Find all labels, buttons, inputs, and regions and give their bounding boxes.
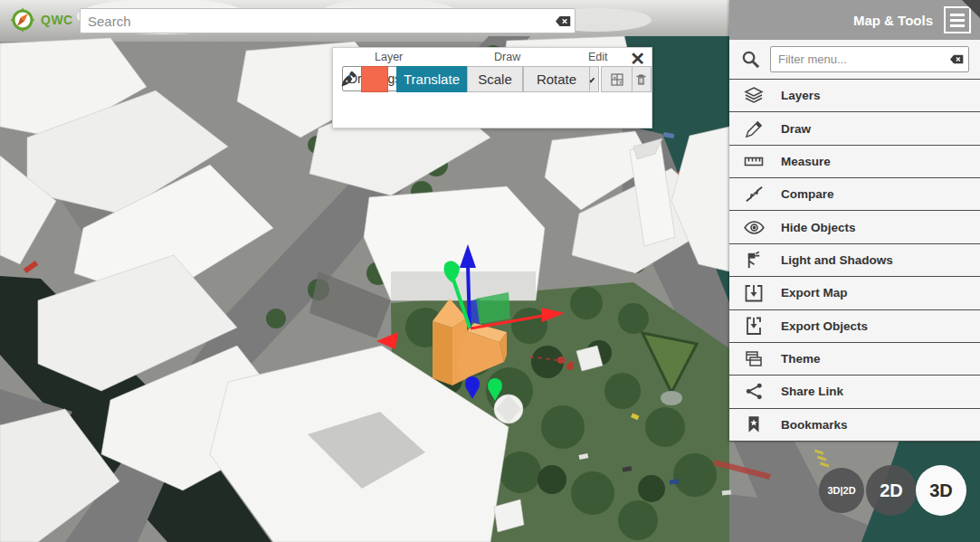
share-icon bbox=[742, 380, 766, 404]
draw-color-swatch[interactable] bbox=[361, 66, 388, 92]
compass-logo-icon bbox=[9, 6, 36, 33]
mode-rotate-button[interactable]: Rotate bbox=[523, 66, 590, 92]
light-icon bbox=[742, 248, 766, 271]
sidebar-item-export-objects[interactable]: Export Objects bbox=[729, 310, 980, 343]
sidebar-item-bookmarks[interactable]: Bookmarks bbox=[729, 409, 980, 442]
mode-scale-button[interactable]: Scale bbox=[467, 66, 523, 92]
sidebar-item-measure[interactable]: Measure bbox=[729, 146, 980, 178]
split-3d2d-button[interactable]: 3D|2D bbox=[819, 468, 864, 513]
sidebar-item-layers[interactable]: Layers bbox=[729, 80, 980, 112]
search-bar[interactable] bbox=[80, 8, 576, 33]
sidebar-item-light-and-shadows[interactable]: Light and Shadows bbox=[729, 244, 980, 277]
app-window: QWC Layer Draw Edit ✕ Drawings ▼ + bbox=[0, 0, 980, 542]
search-icon bbox=[740, 48, 761, 71]
draw-edit-toolbar: Layer Draw Edit ✕ Drawings ▼ + bbox=[332, 47, 652, 128]
edit-section-label: Edit bbox=[588, 51, 608, 63]
theme-icon bbox=[742, 347, 766, 371]
numeric-input-button[interactable] bbox=[601, 66, 633, 92]
menu-filter-row bbox=[729, 40, 980, 80]
map-tools-sidebar: Map & Tools bbox=[729, 0, 980, 442]
app-logo: QWC bbox=[9, 6, 73, 33]
switch-3d-button[interactable]: 3D bbox=[916, 465, 966, 516]
mode-translate-button[interactable]: Translate bbox=[396, 66, 467, 92]
compare-arrows-icon bbox=[742, 183, 766, 206]
sidebar-item-compare[interactable]: Compare bbox=[729, 178, 980, 211]
filter-menu-input[interactable] bbox=[771, 52, 945, 66]
sidebar-item-export-map[interactable]: Export Map bbox=[729, 277, 980, 309]
filter-menu-field[interactable] bbox=[770, 46, 969, 72]
sidebar-title: Map & Tools bbox=[853, 13, 933, 28]
layers-icon bbox=[742, 84, 766, 108]
sidebar-item-share-link[interactable]: Share Link bbox=[729, 376, 980, 408]
style-pen-icon bbox=[339, 70, 358, 89]
corner-fold-decoration bbox=[962, 0, 980, 18]
layer-section-label: Layer bbox=[375, 51, 403, 63]
logo-text: QWC bbox=[41, 13, 73, 27]
pencil-icon bbox=[742, 117, 766, 140]
sidebar-item-hide-objects[interactable]: Hide Objects bbox=[729, 211, 980, 243]
sidebar-item-theme[interactable]: Theme bbox=[729, 343, 980, 376]
draw-section-label: Draw bbox=[494, 51, 520, 63]
bookmark-icon bbox=[742, 413, 766, 436]
filter-clear-icon[interactable] bbox=[945, 47, 968, 71]
search-clear-icon[interactable] bbox=[551, 9, 575, 33]
sidebar-item-draw[interactable]: Draw bbox=[729, 112, 980, 145]
search-input[interactable] bbox=[81, 14, 551, 29]
export-objects-icon bbox=[742, 314, 766, 338]
numeric-input-icon bbox=[609, 71, 625, 88]
trash-icon bbox=[633, 71, 649, 88]
delete-object-button[interactable] bbox=[630, 66, 652, 92]
ruler-icon bbox=[742, 149, 766, 173]
export-map-icon bbox=[742, 281, 766, 305]
switch-2d-button[interactable]: 2D bbox=[866, 465, 917, 516]
eye-icon bbox=[742, 215, 766, 239]
sidebar-header: Map & Tools bbox=[729, 0, 980, 40]
sidebar-menu: Layers Draw Measure bbox=[729, 80, 980, 442]
